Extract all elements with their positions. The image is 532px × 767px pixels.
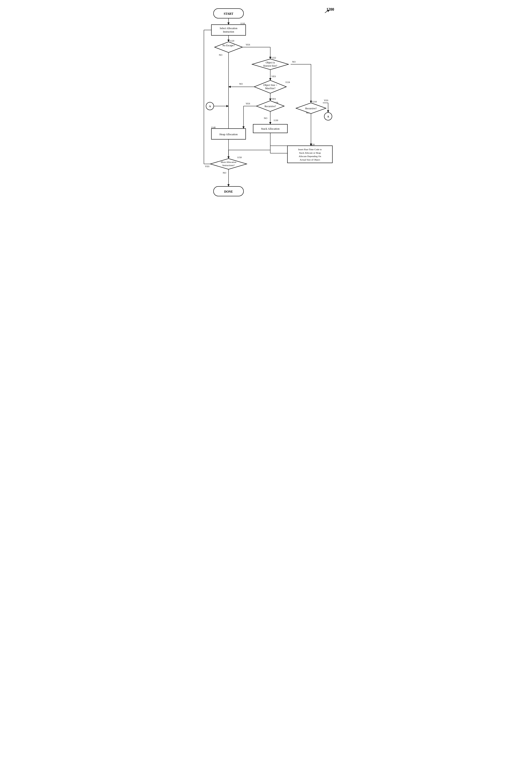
ref-1130: 1130: [273, 119, 278, 121]
ref-1222: 1222: [271, 56, 276, 59]
no-label-more-alloc: NO: [223, 171, 226, 174]
ref-1210: 1210: [312, 100, 317, 103]
insert-runtime-label2: Stack Allocate or Heap: [299, 151, 321, 154]
no-label-no-escape: NO: [219, 54, 222, 56]
insert-runtime-label1: Insert Run-Time Code to: [298, 148, 322, 151]
svg-marker-16: [229, 86, 231, 88]
svg-marker-12: [310, 101, 312, 103]
start-label: START: [224, 12, 233, 15]
yes-label-more-alloc: YES: [205, 165, 209, 168]
svg-marker-44: [227, 184, 230, 186]
insert-runtime-label4: Actual Size of Object: [300, 158, 320, 161]
insert-runtime-label3: Allocate Depending On: [299, 155, 321, 157]
recursive-1210-label: Recursive?: [305, 107, 317, 110]
maxsize-label2: MaxSize?: [265, 87, 275, 90]
heap-alloc-label: Heap Allocation: [220, 133, 238, 136]
yes-label-known-size: YES: [271, 75, 276, 78]
flowchart-page: 1200 YES NO NO YES NO: [191, 4, 341, 221]
svg-marker-26: [327, 110, 329, 112]
yes-label-recursive-1210: YES: [324, 99, 328, 102]
yes-label-no-escape: YES: [246, 43, 250, 46]
ref-1120: 1120: [230, 39, 234, 42]
done-label: DONE: [224, 190, 233, 193]
known-size-label2: Known Size?: [263, 64, 277, 67]
more-alloc-label: More Allocation: [221, 161, 236, 163]
svg-marker-5: [227, 40, 230, 42]
yes-label-recursive-1126: YES: [246, 102, 250, 105]
no-escape-label: No Escape?: [223, 44, 235, 47]
select-alloc-label: Select Allocation: [220, 27, 237, 30]
ref-1220: 1220: [310, 143, 315, 146]
svg-marker-23: [269, 122, 271, 124]
ref-1140: 1140: [211, 126, 216, 129]
select-alloc-label2: Instruction: [223, 30, 234, 33]
svg-marker-8: [269, 57, 271, 59]
svg-rect-46: [211, 25, 246, 35]
ref-1110: 1110: [240, 22, 245, 25]
ref-1124: 1124: [285, 81, 290, 83]
no-label-recursive-1126: NO: [264, 117, 267, 119]
known-size-label: Object is: [266, 61, 275, 64]
more-alloc-label2: Instructions?: [223, 164, 235, 166]
no-label-maxsize: NO: [239, 82, 243, 85]
stack-alloc-label: Stack Allocation: [261, 127, 280, 130]
ref-1150: 1150: [237, 156, 242, 159]
svg-marker-30: [226, 105, 229, 107]
recursive-1126-label: Recursive?: [265, 105, 276, 108]
maxsize-label: Object Size <: [263, 84, 277, 87]
connector-a-left-label: A: [209, 105, 211, 108]
svg-marker-47: [215, 42, 242, 52]
yes-label-maxsize: YES: [271, 97, 276, 100]
no-label-known-size: NO: [292, 60, 296, 63]
svg-marker-14: [269, 78, 271, 80]
connector-a-right-label: A: [327, 115, 329, 118]
svg-marker-21: [242, 126, 245, 129]
svg-marker-3: [227, 22, 230, 25]
svg-marker-18: [269, 99, 271, 101]
